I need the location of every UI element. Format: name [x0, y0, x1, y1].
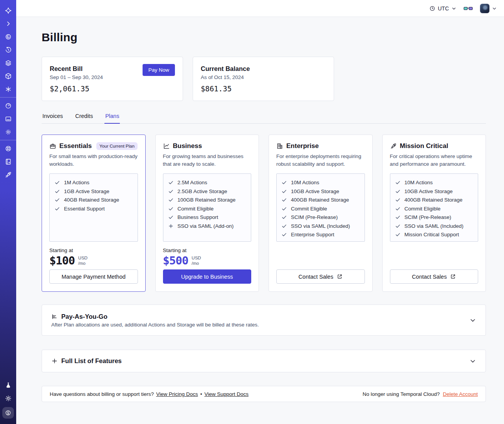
sidebar-divider	[0, 140, 16, 140]
rocket-icon[interactable]	[2, 168, 15, 181]
main-content: Billing Recent Bill Sep 01 – Sep 30, 202…	[16, 17, 504, 424]
check-icon	[395, 214, 401, 220]
plan-name: Essentials	[59, 142, 92, 150]
timezone-picker[interactable]: UTC	[429, 5, 457, 12]
price-currency: USD	[192, 255, 201, 261]
plan-feature-box: 10M Actions10GB Active Storage400GB Reta…	[390, 173, 479, 242]
dollar-coin-icon[interactable]	[2, 407, 14, 419]
check-icon	[168, 197, 174, 203]
billing-tabs: Invoices Credits Plans	[42, 111, 486, 124]
contact-sales-button[interactable]: Contact Sales	[276, 269, 365, 284]
plan-name: Mission Critical	[400, 142, 449, 150]
chart-line-icon	[163, 143, 170, 150]
avatar	[480, 3, 490, 13]
plan-card-business: Business For growing teams and businesse…	[155, 135, 259, 292]
book-icon[interactable]	[2, 155, 15, 168]
cube-icon[interactable]	[2, 69, 15, 82]
chevron-down-icon[interactable]	[469, 358, 476, 365]
tab-plans[interactable]: Plans	[104, 111, 120, 123]
plan-price: $100	[49, 254, 75, 267]
plan-feature: 40GB Retained Storage	[54, 197, 133, 203]
check-icon	[281, 197, 287, 203]
sun-icon[interactable]	[2, 392, 15, 405]
plan-feature: Commit Eligible	[395, 206, 474, 212]
plan-card-essentials: Essentials Your Current Plan For small t…	[42, 135, 146, 292]
retry-clock-icon[interactable]	[2, 43, 15, 56]
page-title: Billing	[42, 31, 486, 44]
plan-feature: 2.5GB Active Storage	[168, 188, 247, 194]
plus-icon	[51, 358, 58, 364]
plan-feature: 10M Actions	[281, 180, 360, 185]
plan-feature-box: 2.5M Actions2.5GB Active Storage100GB Re…	[163, 173, 252, 242]
lifebuoy-icon[interactable]	[2, 142, 15, 155]
current-balance-amount: $861.35	[201, 84, 326, 93]
check-icon	[54, 197, 60, 203]
contact-sales-button[interactable]: Contact Sales	[390, 269, 479, 284]
check-icon	[168, 214, 174, 220]
timezone-label: UTC	[438, 5, 449, 12]
payg-accordion[interactable]: Pay-As-You-Go After Plan allocations are…	[42, 305, 486, 336]
check-icon	[395, 232, 401, 237]
check-icon	[168, 180, 174, 185]
pay-now-button[interactable]: Pay Now	[143, 64, 175, 76]
plan-price: $500	[163, 254, 188, 267]
plan-feature: 400GB Retained Storage	[395, 197, 474, 203]
plus-icon	[168, 223, 174, 229]
delete-account-link[interactable]: Delete Account	[443, 391, 478, 397]
plan-feature: 10GB Active Storage	[281, 188, 360, 194]
plan-name: Business	[173, 142, 202, 150]
topbar: UTC	[16, 0, 504, 17]
plan-description: For growing teams and businesses that ar…	[163, 153, 252, 168]
check-icon	[281, 206, 287, 212]
gear-icon[interactable]	[2, 125, 15, 138]
plan-feature: 2.5M Actions	[168, 180, 247, 185]
account-menu[interactable]	[480, 3, 497, 13]
plan-feature: 1GB Active Storage	[54, 188, 133, 194]
check-icon	[281, 214, 287, 220]
pricing-docs-link[interactable]: View Pricing Docs	[156, 391, 198, 397]
gauge-icon[interactable]	[2, 99, 15, 112]
sidebar	[0, 0, 16, 424]
plan-feature-box: 1M Actions1GB Active Storage40GB Retaine…	[49, 173, 138, 242]
manage-payment-button[interactable]: Manage Payment Method	[49, 269, 138, 284]
tab-invoices[interactable]: Invoices	[42, 111, 64, 123]
plan-feature: SSO via SAML (Included)	[281, 223, 360, 229]
check-icon	[54, 206, 60, 212]
chevron-right-icon[interactable]	[2, 17, 15, 30]
glasses-icon[interactable]	[464, 5, 473, 12]
plan-price-block: Starting at $100 USD /mo	[49, 247, 138, 267]
plans-grid: Essentials Your Current Plan For small t…	[42, 135, 486, 292]
chevron-down-icon[interactable]	[469, 317, 476, 324]
plan-feature: 10GB Active Storage	[395, 188, 474, 194]
full-features-accordion[interactable]: Full List of Features	[42, 350, 486, 372]
check-icon	[281, 223, 287, 229]
price-per: /mo	[192, 261, 201, 266]
tab-credits[interactable]: Credits	[74, 111, 94, 123]
card-icon[interactable]	[2, 112, 15, 125]
plan-price-block: Starting at $500 USD /mo	[163, 247, 252, 267]
sidebar-divider	[0, 97, 16, 98]
summary-row: Recent Bill Sep 01 – Sep 30, 2024 $2,061…	[42, 57, 486, 101]
check-icon	[54, 188, 60, 194]
support-docs-link[interactable]: View Support Docs	[204, 391, 249, 397]
starting-at-label: Starting at	[49, 247, 138, 253]
rocket-icon	[390, 143, 397, 150]
check-icon	[395, 188, 401, 194]
plan-feature: 100GB Retained Storage	[168, 197, 247, 203]
chevron-down-icon	[451, 6, 457, 11]
plan-feature: Enterprise Support	[281, 232, 360, 237]
layers-icon[interactable]	[2, 56, 15, 69]
external-link-icon	[450, 274, 456, 279]
payg-title: Pay-As-You-Go	[61, 313, 108, 320]
external-link-icon	[337, 274, 343, 279]
asterisk-icon[interactable]	[2, 82, 15, 96]
plan-feature: SCIM (Pre-Release)	[281, 214, 360, 220]
plan-feature: SCIM (Pre-Release)	[395, 214, 474, 220]
plan-feature: SSO via SAML (Included)	[395, 223, 474, 229]
target-icon[interactable]	[2, 30, 15, 43]
upgrade-business-button[interactable]: Upgrade to Business	[163, 269, 252, 284]
flask-icon[interactable]	[2, 379, 15, 392]
plan-name: Enterprise	[286, 142, 319, 150]
temporal-logo-icon[interactable]	[2, 4, 15, 17]
bar-chart-icon	[51, 313, 58, 320]
